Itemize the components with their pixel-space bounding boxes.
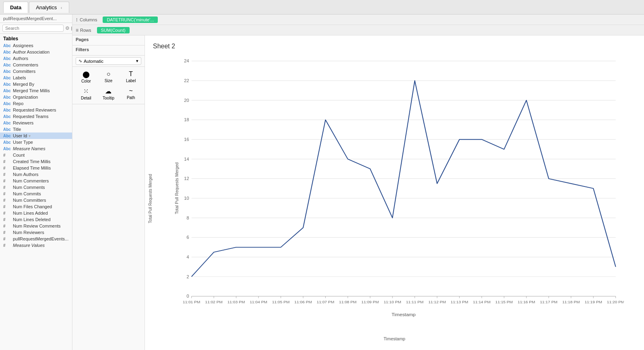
sidebar-item[interactable]: AbcAssignees bbox=[0, 42, 72, 49]
sidebar-item[interactable]: AbcRequested Reviewers bbox=[0, 107, 72, 113]
sidebar-item[interactable]: #Num Authors bbox=[0, 171, 72, 178]
rows-pill[interactable]: SUM(Count) bbox=[97, 27, 130, 33]
top-tab-bar: Data Analytics ‹ bbox=[0, 0, 644, 14]
sidebar-item[interactable]: AbcUser Id▾ bbox=[0, 133, 72, 139]
close-icon[interactable]: ‹ bbox=[61, 5, 62, 10]
sidebar-item[interactable]: #Num Commits bbox=[0, 191, 72, 197]
columns-pill[interactable]: DATETRUNC('minute'... bbox=[103, 17, 158, 23]
sidebar-item[interactable]: AbcMerged Time Millis bbox=[0, 87, 72, 94]
mark-btn-label[interactable]: TLabel bbox=[120, 69, 141, 85]
mark-label: Tooltip bbox=[103, 96, 114, 100]
pages-section: Pages bbox=[72, 35, 144, 46]
sidebar-item[interactable]: AbcAuthor Association bbox=[0, 49, 72, 55]
mark-btn-path[interactable]: ~Path bbox=[120, 86, 141, 101]
sidebar-item[interactable]: #Created Time Millis bbox=[0, 158, 72, 165]
sidebar-item[interactable]: #Num Lines Deleted bbox=[0, 216, 72, 223]
item-label: Num Comments bbox=[13, 185, 45, 190]
mark-btn-size[interactable]: ○Size bbox=[98, 69, 119, 85]
search-input[interactable] bbox=[2, 25, 64, 32]
sidebar-item[interactable]: AbcUser Type bbox=[0, 139, 72, 145]
mark-btn-color[interactable]: ⬤Color bbox=[76, 69, 97, 85]
type-badge: # bbox=[3, 192, 11, 196]
svg-text:11:15 PM: 11:15 PM bbox=[495, 300, 513, 304]
type-badge: # bbox=[3, 243, 11, 248]
item-label: Num Lines Deleted bbox=[13, 217, 51, 222]
type-badge: # bbox=[3, 179, 11, 183]
item-label: Title bbox=[13, 127, 21, 132]
item-label: Commenters bbox=[13, 62, 38, 67]
path-icon: ~ bbox=[129, 87, 132, 95]
marks-dropdown[interactable]: ∿ Automatic ▾ bbox=[76, 57, 141, 65]
sidebar-item[interactable]: #Num Comments bbox=[0, 184, 72, 191]
mark-label: Label bbox=[126, 79, 136, 83]
type-badge: Abc bbox=[3, 127, 11, 132]
sidebar-item[interactable]: AbcCommenters bbox=[0, 62, 72, 68]
rows-shelf: ≡ Rows SUM(Count) bbox=[72, 25, 644, 35]
sidebar-item[interactable]: #pullRequestMergedEvents... bbox=[0, 236, 72, 242]
type-badge: Abc bbox=[3, 114, 11, 119]
sidebar-item[interactable]: AbcOrganization bbox=[0, 94, 72, 100]
main-content: pullRequestMergedEvent... ⚙ ▦ ▾ Tables A… bbox=[0, 14, 644, 350]
type-badge: Abc bbox=[3, 50, 11, 54]
sidebar-item[interactable]: #Num Commenters bbox=[0, 178, 72, 184]
sidebar-item[interactable]: AbcReviewers bbox=[0, 120, 72, 126]
type-badge: # bbox=[3, 172, 11, 177]
color-icon: ⬤ bbox=[83, 70, 90, 78]
middle-row: Pages Filters ∿ Automatic ▾ ⬤Color○SizeT… bbox=[72, 35, 644, 350]
item-label: Measure Values bbox=[13, 243, 45, 248]
item-label: Requested Teams bbox=[13, 114, 48, 119]
item-label: Num Files Changed bbox=[13, 204, 52, 209]
svg-text:11:12 PM: 11:12 PM bbox=[428, 300, 446, 304]
sidebar-item[interactable]: AbcRepo bbox=[0, 100, 72, 107]
tables-header: Tables bbox=[0, 34, 72, 42]
sidebar-item[interactable]: #Num Review Comments bbox=[0, 223, 72, 229]
item-label: Merged By bbox=[13, 82, 34, 87]
sidebar-item[interactable]: AbcMerged By bbox=[0, 81, 72, 87]
sidebar-item[interactable]: AbcMeasure Names bbox=[0, 145, 72, 152]
svg-text:Timestamp: Timestamp bbox=[392, 312, 416, 318]
item-label: Num Reviewers bbox=[13, 230, 44, 235]
item-label: Count bbox=[13, 153, 25, 157]
svg-text:24: 24 bbox=[184, 59, 189, 64]
sidebar-item[interactable]: #Num Reviewers bbox=[0, 229, 72, 236]
mark-btn-tooltip[interactable]: ☁Tooltip bbox=[98, 86, 119, 101]
type-badge: # bbox=[3, 211, 11, 215]
sidebar-item[interactable]: #Elapsed Time Millis bbox=[0, 165, 72, 171]
item-label: User Type bbox=[13, 140, 33, 145]
type-badge: Abc bbox=[3, 121, 11, 125]
svg-text:20: 20 bbox=[184, 98, 189, 103]
chart-wrapper: 02468101214161820222411:01 PM11:02 PM11:… bbox=[145, 53, 644, 344]
sidebar-item[interactable]: #Count bbox=[0, 152, 72, 158]
sidebar-item[interactable]: #Num Committers bbox=[0, 197, 72, 203]
type-badge: Abc bbox=[3, 147, 11, 151]
sidebar-item[interactable]: AbcLabels bbox=[0, 75, 72, 81]
type-badge: Abc bbox=[3, 140, 11, 145]
item-label: Author Association bbox=[13, 50, 50, 54]
type-badge: Abc bbox=[3, 134, 11, 138]
svg-text:18: 18 bbox=[184, 118, 189, 122]
sidebar-item[interactable]: #Num Lines Added bbox=[0, 210, 72, 216]
item-label: Num Review Comments bbox=[13, 224, 61, 228]
search-row: ⚙ ▦ ▾ bbox=[0, 23, 72, 34]
filename-label: pullRequestMergedEvent... bbox=[0, 14, 72, 23]
left-pane: Pages Filters ∿ Automatic ▾ ⬤Color○SizeT… bbox=[72, 35, 145, 350]
svg-text:16: 16 bbox=[184, 137, 189, 142]
item-label: Labels bbox=[13, 75, 26, 80]
sidebar-item[interactable]: AbcTitle bbox=[0, 126, 72, 133]
mark-btn-detail[interactable]: ⁙Detail bbox=[76, 86, 97, 101]
dropdown-arrow: ▾ bbox=[136, 58, 138, 64]
sidebar-item[interactable]: #Measure Values bbox=[0, 242, 72, 249]
sidebar-item[interactable]: AbcCommitters bbox=[0, 68, 72, 75]
sidebar-item[interactable]: #Num Files Changed bbox=[0, 203, 72, 210]
sidebar-item[interactable]: AbcRequested Teams bbox=[0, 113, 72, 120]
svg-text:11:03 PM: 11:03 PM bbox=[227, 300, 245, 304]
chart-svg: 02468101214161820222411:01 PM11:02 PM11:… bbox=[173, 57, 624, 319]
sidebar-item[interactable]: AbcAuthors bbox=[0, 55, 72, 62]
svg-text:10: 10 bbox=[184, 196, 189, 201]
filter-icon[interactable]: ⚙ bbox=[65, 25, 70, 31]
item-label: Organization bbox=[13, 95, 38, 99]
tab-data[interactable]: Data bbox=[3, 2, 28, 13]
tab-analytics[interactable]: Analytics ‹ bbox=[29, 2, 69, 13]
svg-text:11:09 PM: 11:09 PM bbox=[361, 300, 379, 304]
mark-label: Size bbox=[105, 79, 112, 83]
